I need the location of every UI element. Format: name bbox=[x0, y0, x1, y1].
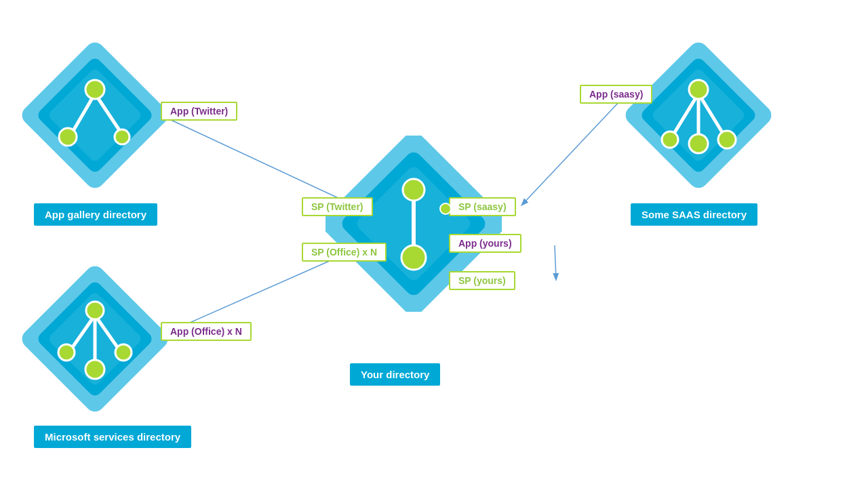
app-office-callout: App (Office) x N bbox=[161, 322, 252, 341]
svg-point-21 bbox=[85, 360, 104, 379]
svg-point-27 bbox=[401, 245, 426, 270]
svg-point-10 bbox=[59, 128, 77, 146]
app-saasy-callout: App (saasy) bbox=[580, 85, 652, 104]
svg-point-9 bbox=[85, 80, 104, 99]
svg-point-35 bbox=[662, 131, 678, 148]
app-yours-box: App (yours) bbox=[449, 234, 521, 253]
app-gallery-diamond bbox=[20, 41, 170, 190]
diagram-container: App gallery directory App (Twitter) Micr… bbox=[0, 0, 868, 488]
svg-point-37 bbox=[689, 134, 708, 153]
svg-point-19 bbox=[58, 344, 75, 361]
svg-line-0 bbox=[161, 115, 353, 205]
app-twitter-callout: App (Twitter) bbox=[161, 102, 237, 121]
sp-twitter-box: SP (Twitter) bbox=[302, 197, 373, 216]
center-node-top bbox=[439, 203, 452, 215]
sp-yours-box: SP (yours) bbox=[449, 271, 515, 290]
svg-line-2 bbox=[522, 100, 620, 205]
svg-point-20 bbox=[115, 344, 132, 361]
sp-saasy-box: SP (saasy) bbox=[449, 197, 516, 216]
svg-point-36 bbox=[718, 131, 736, 148]
app-gallery-label: App gallery directory bbox=[34, 203, 157, 226]
svg-point-18 bbox=[86, 302, 104, 319]
your-directory-label: Your directory bbox=[350, 363, 440, 386]
saas-directory-label: Some SAAS directory bbox=[631, 203, 757, 226]
svg-point-11 bbox=[115, 129, 130, 144]
microsoft-services-diamond bbox=[20, 264, 170, 413]
svg-line-3 bbox=[555, 245, 556, 279]
svg-point-26 bbox=[403, 179, 425, 201]
saas-directory-diamond bbox=[624, 41, 773, 190]
microsoft-services-label: Microsoft services directory bbox=[34, 426, 191, 448]
sp-office-box: SP (Office) x N bbox=[302, 243, 387, 262]
svg-point-34 bbox=[689, 80, 708, 99]
